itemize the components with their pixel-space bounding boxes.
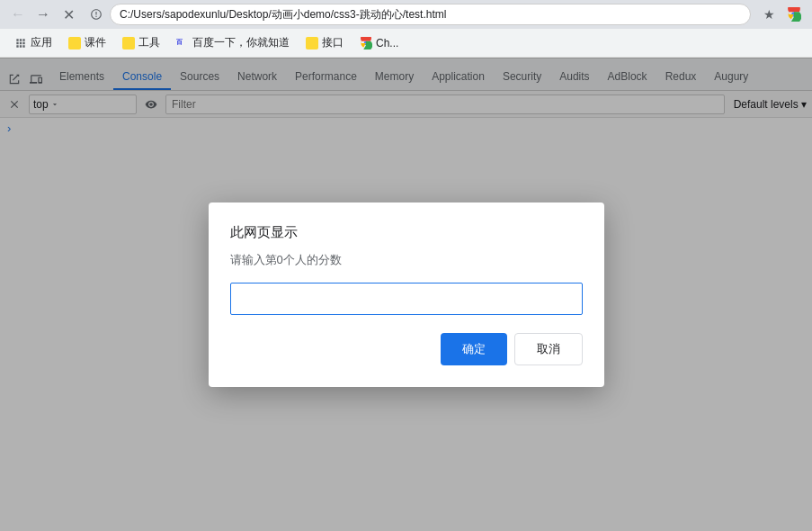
bookmarks-bar: 应用 课件 工具 百 百度一下，你就知道 接口 Ch... [0,29,812,58]
modal-buttons: 确定 取消 [230,333,583,365]
bookmark-courseware-label: 课件 [85,35,106,50]
modal-message: 请输入第0个人的分数 [230,252,583,268]
forward-button[interactable]: → [32,4,54,25]
address-bar[interactable]: C:/Users/sapodexunlu/Desktop/动画小demo/css… [110,4,751,25]
confirm-button[interactable]: 确定 [441,333,507,365]
folder-icon-2 [122,37,135,50]
ch-icon [360,37,372,50]
bookmark-baidu-label: 百度一下，你就知道 [192,35,290,50]
browser-window: ← → ✕ C:/Users/sapodexunlu/Desktop/动画小de… [0,0,812,531]
bookmark-ch-label: Ch... [376,37,398,50]
svg-text:百: 百 [176,38,183,44]
bookmark-tools-label: 工具 [138,35,160,50]
bookmark-courseware[interactable]: 课件 [61,33,113,52]
toolbar-icons: ★ [758,4,805,25]
chrome-logo-button[interactable] [783,4,805,25]
bookmark-api[interactable]: 接口 [299,33,351,52]
folder-icon-3 [306,37,318,50]
reload-button[interactable]: ✕ [58,4,79,25]
bookmark-apps-label: 应用 [31,35,52,50]
bookmark-star-button[interactable]: ★ [758,4,780,25]
apps-icon [14,37,27,50]
title-bar: ← → ✕ C:/Users/sapodexunlu/Desktop/动画小de… [0,0,812,29]
modal-title: 此网页显示 [230,224,583,241]
url-text: C:/Users/sapodexunlu/Desktop/动画小demo/css… [120,7,741,22]
bookmark-api-label: 接口 [322,35,344,50]
folder-icon-1 [68,37,81,50]
nav-buttons: ← → ✕ [7,4,79,25]
modal-dialog: 此网页显示 请输入第0个人的分数 确定 取消 [209,202,604,387]
content-area: 此网页显示 请输入第0个人的分数 确定 取消 [0,58,812,531]
bookmark-ch[interactable]: Ch... [352,35,406,51]
security-icon [90,8,103,21]
cancel-button[interactable]: 取消 [514,333,583,365]
bookmark-tools[interactable]: 工具 [115,33,167,52]
bookmark-baidu[interactable]: 百 百度一下，你就知道 [169,33,297,52]
modal-input[interactable] [230,283,583,315]
baidu-icon: 百 [176,37,189,50]
back-button[interactable]: ← [7,4,29,25]
bookmark-apps[interactable]: 应用 [7,33,59,52]
modal-overlay: 此网页显示 请输入第0个人的分数 确定 取消 [0,58,812,531]
